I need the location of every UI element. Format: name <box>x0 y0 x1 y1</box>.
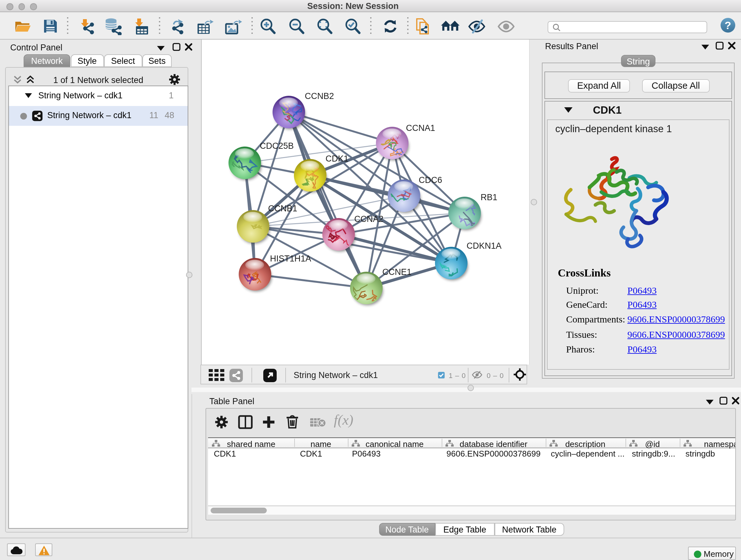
svg-text:CCNA2: CCNA2 <box>354 214 383 224</box>
svg-text:HIST1H1A: HIST1H1A <box>270 254 311 263</box>
svg-text:RB1: RB1 <box>480 192 497 202</box>
svg-text:CCNA1: CCNA1 <box>406 123 435 133</box>
svg-text:CCNB1: CCNB1 <box>268 204 297 213</box>
svg-text:CCNB2: CCNB2 <box>305 91 334 101</box>
svg-text:CCNE1: CCNE1 <box>382 267 411 277</box>
svg-text:CDKN1A: CDKN1A <box>466 241 501 251</box>
svg-text:?: ? <box>725 19 731 31</box>
svg-text:CDC25B: CDC25B <box>259 141 293 151</box>
svg-text:CDK1: CDK1 <box>325 154 348 164</box>
svg-text:CDC6: CDC6 <box>418 175 442 185</box>
